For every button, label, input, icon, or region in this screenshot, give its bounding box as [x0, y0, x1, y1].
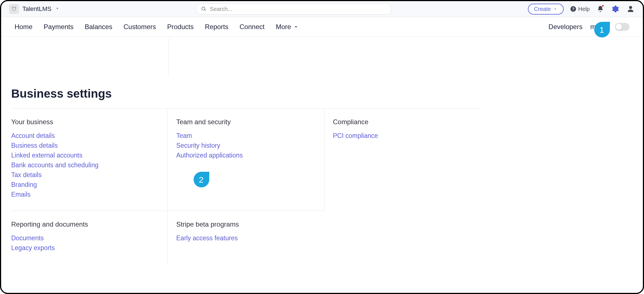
nav-connect[interactable]: Connect: [239, 23, 264, 31]
page-title: Business settings: [11, 87, 643, 100]
section-compliance: Compliance PCI compliance: [325, 109, 481, 211]
section-title: Team and security: [176, 118, 316, 126]
help-label: Help: [578, 6, 590, 12]
section-title: Your business: [11, 118, 159, 126]
chevron-down-icon: [293, 24, 299, 30]
notification-dot-icon: [601, 4, 604, 7]
annotation-callout-2: 2: [194, 172, 209, 187]
create-button[interactable]: Create: [528, 4, 564, 15]
section-title: Stripe beta programs: [176, 220, 316, 228]
search-icon: [201, 6, 206, 12]
user-icon: [627, 5, 634, 13]
annotation-callout-1: 1: [594, 22, 610, 37]
link-branding[interactable]: Branding: [11, 181, 159, 189]
primary-nav: Home Payments Balances Customers Product…: [1, 17, 643, 37]
nav-home[interactable]: Home: [15, 23, 32, 31]
search-box[interactable]: [196, 3, 392, 15]
top-bar: TalentLMS Create ? Help: [1, 1, 643, 17]
notifications-button[interactable]: [596, 4, 605, 13]
section-reporting-documents: Reporting and documents Documents Legacy…: [11, 211, 168, 264]
profile-button[interactable]: [626, 4, 635, 13]
section-your-business: Your business Account details Business d…: [11, 109, 168, 211]
link-business-details[interactable]: Business details: [11, 142, 159, 149]
chevron-down-icon: [553, 7, 558, 11]
nav-payments[interactable]: Payments: [44, 23, 74, 31]
test-mode-toggle[interactable]: [615, 23, 629, 31]
nav-more-label: More: [276, 23, 291, 31]
create-label: Create: [534, 6, 551, 12]
store-icon: [9, 4, 19, 14]
link-account-details[interactable]: Account details: [11, 132, 159, 140]
nav-products[interactable]: Products: [167, 23, 194, 31]
link-linked-external-accounts[interactable]: Linked external accounts: [11, 152, 159, 159]
nav-customers[interactable]: Customers: [123, 23, 156, 31]
link-bank-accounts-scheduling[interactable]: Bank accounts and scheduling: [11, 161, 159, 169]
account-switcher[interactable]: TalentLMS: [9, 4, 60, 14]
section-stripe-beta: Stripe beta programs Early access featur…: [168, 211, 325, 264]
toggle-knob: [616, 24, 622, 30]
link-security-history[interactable]: Security history: [176, 142, 316, 149]
link-tax-details[interactable]: Tax details: [11, 171, 159, 179]
chevron-down-icon: [55, 6, 60, 12]
link-team[interactable]: Team: [176, 132, 316, 140]
link-emails[interactable]: Emails: [11, 191, 159, 198]
help-link[interactable]: ? Help: [570, 6, 590, 12]
nav-more[interactable]: More: [276, 23, 299, 31]
link-documents[interactable]: Documents: [11, 234, 159, 242]
nav-balances[interactable]: Balances: [85, 23, 112, 31]
link-early-access-features[interactable]: Early access features: [176, 234, 316, 242]
settings-grid: Your business Account details Business d…: [11, 108, 481, 264]
section-empty: [325, 211, 481, 264]
settings-button[interactable]: [611, 4, 620, 13]
divider: [168, 37, 168, 77]
account-name: TalentLMS: [22, 5, 51, 13]
section-title: Compliance: [333, 118, 473, 126]
nav-reports[interactable]: Reports: [205, 23, 228, 31]
link-legacy-exports[interactable]: Legacy exports: [11, 244, 159, 252]
section-title: Reporting and documents: [11, 220, 159, 228]
main-content: Business settings Your business Account …: [1, 87, 643, 264]
link-pci-compliance[interactable]: PCI compliance: [333, 132, 473, 140]
svg-text:?: ?: [572, 7, 575, 11]
gear-icon: [612, 5, 619, 13]
help-icon: ?: [570, 6, 577, 12]
section-team-security: Team and security Team Security history …: [168, 109, 325, 211]
link-authorized-applications[interactable]: Authorized applications: [176, 152, 316, 159]
top-right-controls: Create ? Help: [528, 4, 635, 15]
developers-link[interactable]: Developers: [549, 23, 582, 31]
search-input[interactable]: [210, 6, 386, 12]
